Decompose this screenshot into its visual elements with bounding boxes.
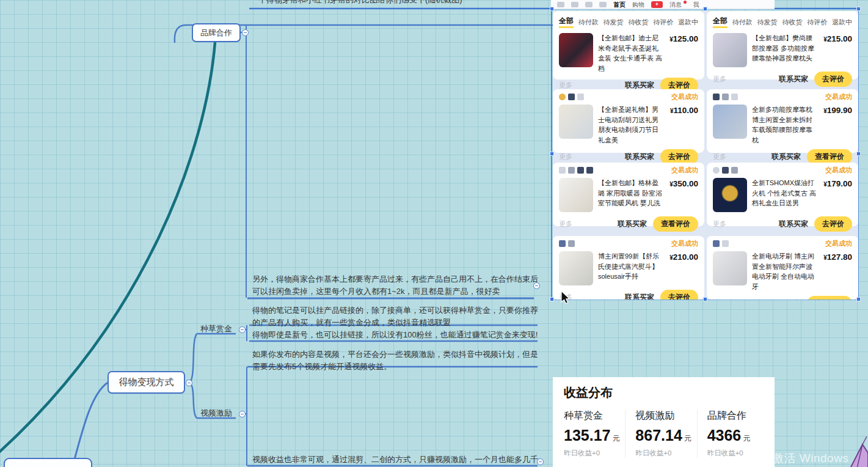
order-card: 全部 待付款 待发货 待收货 待评价 退款中 【全新包邮】迪士尼米奇老鼠手表圣诞… <box>553 11 704 79</box>
tab-pending-receipt[interactable]: 待收货 <box>628 18 648 27</box>
product-thumbnail[interactable] <box>559 105 593 139</box>
contact-buyer-button[interactable]: 联系买家 <box>779 74 808 84</box>
branch-seed-bracket <box>245 325 247 341</box>
more-link[interactable]: 更多 <box>559 81 572 90</box>
node-bottom-left-partial[interactable] <box>4 458 92 467</box>
tab-refunding[interactable]: 退款中 <box>832 18 852 27</box>
topic-xianyu-note-text: 另外，得物商家合作基本上都要寄产品过来，有些产品自己用不上，在合作结束后可以挂闲… <box>252 274 538 296</box>
review-button[interactable]: 去评价 <box>814 216 852 232</box>
collapse-button-brand[interactable] <box>242 29 249 36</box>
contact-buyer-button[interactable]: 联系买家 <box>771 298 801 300</box>
nav-plus-button[interactable]: + <box>651 1 663 8</box>
product-title[interactable]: 全新TSHOMX煤油打火机 个性老式复古 高档礼盒生日送男 <box>752 178 819 212</box>
product-thumbnail[interactable] <box>713 178 747 212</box>
contact-buyer-button[interactable]: 联系买家 <box>779 219 808 229</box>
selection-handle[interactable] <box>703 297 707 301</box>
topic-video-note2-text: 视频收益也非常可观，通过混剪、二创的方式，只赚视频激励，一个月也能多几千块钱 <box>252 455 538 467</box>
orders-column-left: 全部 待付款 待发货 待收货 待评价 退款中 【全新包邮】迪士尼米奇老鼠手表圣诞… <box>553 11 704 300</box>
topic-video-note1[interactable]: 如果你发布的内容是视频，平台还会分一些视频激励，类似抖音中视频计划，但是需要先发… <box>252 348 539 373</box>
collapse-button-xianyu[interactable] <box>533 282 540 289</box>
tab-pending-shipment[interactable]: 待发货 <box>604 18 624 27</box>
collapse-button-video[interactable] <box>239 411 246 417</box>
more-link[interactable]: 更多 <box>559 293 572 300</box>
selection-handle[interactable] <box>703 7 707 11</box>
product-title[interactable]: 全新电动牙刷 博主闲置全新智能拜尔声波电动牙刷 全自动电动牙 <box>752 251 819 292</box>
app-nav-icon[interactable] <box>585 2 593 7</box>
tab-refunding[interactable]: 退款中 <box>678 18 698 27</box>
more-link[interactable]: 更多 <box>713 75 726 84</box>
product-thumbnail[interactable] <box>713 105 747 139</box>
earnings-value: 4366元 <box>707 427 768 444</box>
more-link[interactable]: 更多 <box>713 219 726 229</box>
selection-handle[interactable] <box>856 297 861 301</box>
contact-buyer-button[interactable]: 联系买家 <box>771 152 801 162</box>
node-seed-bounty[interactable]: 种草赏金 <box>200 323 232 334</box>
product-price: ¥179.00 <box>823 178 852 212</box>
nav-shop[interactable]: 购物 <box>632 0 644 9</box>
product-title[interactable]: 【全新包邮】樊尚腰部按摩器 多功能按摩腰靠垫神器按摩枕头 <box>752 33 819 67</box>
topic-video-note2[interactable]: 视频收益也非常可观，通过混剪、二创的方式，只赚视频激励，一个月也能多几千块钱 <box>252 454 545 467</box>
selection-handle[interactable] <box>856 7 861 11</box>
product-thumbnail[interactable] <box>559 33 593 67</box>
tab-all[interactable]: 全部 <box>713 16 728 28</box>
product-thumbnail[interactable] <box>713 251 747 285</box>
tab-all[interactable]: 全部 <box>559 16 574 28</box>
order-status: 交易成功 <box>825 166 852 175</box>
app-nav-icon[interactable] <box>557 2 564 7</box>
product-price: ¥215.00 <box>823 33 852 67</box>
more-link[interactable]: 更多 <box>713 152 726 161</box>
node-brand-coop[interactable]: 品牌合作 <box>192 23 241 42</box>
review-button[interactable]: 去评价 <box>660 290 698 300</box>
selection-handle[interactable] <box>550 152 554 156</box>
collapse-button-main[interactable] <box>186 380 192 386</box>
earnings-panel[interactable]: 收益分布 种草赏金 135.17元 昨日收益+0 视频激励 867.14元 昨日… <box>553 377 775 467</box>
product-title[interactable]: 【全新包邮】格林盈璐 家用取暖器 卧室浴室节能暖风机 婴儿洗 <box>598 178 665 212</box>
product-thumbnail[interactable] <box>559 178 593 212</box>
contact-buyer-button[interactable]: 联系买家 <box>625 292 654 300</box>
branch-main-to-seed <box>188 334 197 383</box>
nav-messages[interactable]: 消息 <box>669 0 682 9</box>
more-link[interactable]: 更多 <box>713 299 726 300</box>
product-title[interactable]: 博主闲置99新【舒乐氏便捷式蒸汽熨斗】soleusair手持 <box>598 251 665 285</box>
orders-screenshot[interactable]: 全部 待付款 待发货 待收货 待评价 退款中 【全新包邮】迪士尼米奇老鼠手表圣诞… <box>553 11 858 300</box>
tab-pending-review[interactable]: 待评价 <box>653 18 673 27</box>
seller-avatar <box>559 94 584 100</box>
node-main-topic[interactable]: 得物变现方式 <box>108 371 185 394</box>
collapse-button-video-note2[interactable] <box>537 458 544 465</box>
topic-seed-note2[interactable]: 得物即使是新号，也可以挂链接，所以没有100粉丝，也能通过赚笔记赏金来变现! <box>252 329 545 341</box>
review-button[interactable]: 查看评价 <box>807 296 852 300</box>
app-nav-icon[interactable] <box>599 2 607 7</box>
more-link[interactable]: 更多 <box>559 219 572 229</box>
selection-handle[interactable] <box>856 152 861 156</box>
tab-pending-shipment[interactable]: 待发货 <box>757 18 778 27</box>
earnings-value: 867.14元 <box>635 427 696 444</box>
tab-pending-receipt[interactable]: 待收货 <box>782 18 802 27</box>
app-nav-icon[interactable] <box>571 2 578 7</box>
earnings-col-seed: 种草赏金 135.17元 昨日收益+0 <box>564 410 625 458</box>
contact-buyer-button[interactable]: 联系买家 <box>618 219 647 229</box>
nav-me[interactable]: 我 <box>693 0 699 9</box>
product-title[interactable]: 【全新包邮】迪士尼米奇老鼠手表圣诞礼盒装 女生卡通手表 高档 <box>598 33 665 73</box>
mindmap-canvas[interactable]: 品牌合作 得物变现方式 种草赏金 视频激励 一个得物穿搭和小红书穿搭的对比图给你… <box>0 0 868 467</box>
selection-handle[interactable] <box>550 297 554 301</box>
earnings-value: 135.17元 <box>564 427 625 444</box>
product-title[interactable]: 【全新圣诞礼物】男士电动刮胡刀送礼男朋友电动剃须刀节日礼盒美 <box>598 105 665 145</box>
product-thumbnail[interactable] <box>713 33 747 67</box>
order-card: 交易成功 【全新包邮】格林盈璐 家用取暖器 卧室浴室节能暖风机 婴儿洗 ¥350… <box>553 163 704 226</box>
topic-seed-note1[interactable]: 得物的笔记是可以挂产品链接的，除了接商单，还可以获得种草赏金，只要你推荐的产品有… <box>252 304 539 329</box>
nav-home[interactable]: 首页 <box>613 0 625 9</box>
review-button[interactable]: 去评价 <box>814 72 852 87</box>
selection-handle[interactable] <box>550 7 554 11</box>
contact-buyer-button[interactable]: 联系买家 <box>625 152 654 162</box>
node-video-incentive[interactable]: 视频激励 <box>200 408 232 419</box>
tab-pending-review[interactable]: 待评价 <box>807 18 827 27</box>
more-link[interactable]: 更多 <box>559 152 572 161</box>
product-title[interactable]: 全新多功能按摩靠枕 博主闲置全新未拆封车载颈部腰部按摩靠枕 <box>752 105 819 145</box>
product-thumbnail[interactable] <box>559 251 593 285</box>
tab-pending-payment[interactable]: 待付款 <box>578 18 599 27</box>
tab-pending-payment[interactable]: 待付款 <box>732 18 753 27</box>
earnings-label: 种草赏金 <box>564 410 625 422</box>
review-button[interactable]: 查看评价 <box>653 216 698 232</box>
topic-xianyu-note[interactable]: 另外，得物商家合作基本上都要寄产品过来，有些产品自己用不上，在合作结束后可以挂闲… <box>252 273 539 298</box>
collapse-button-seed[interactable] <box>239 326 246 333</box>
